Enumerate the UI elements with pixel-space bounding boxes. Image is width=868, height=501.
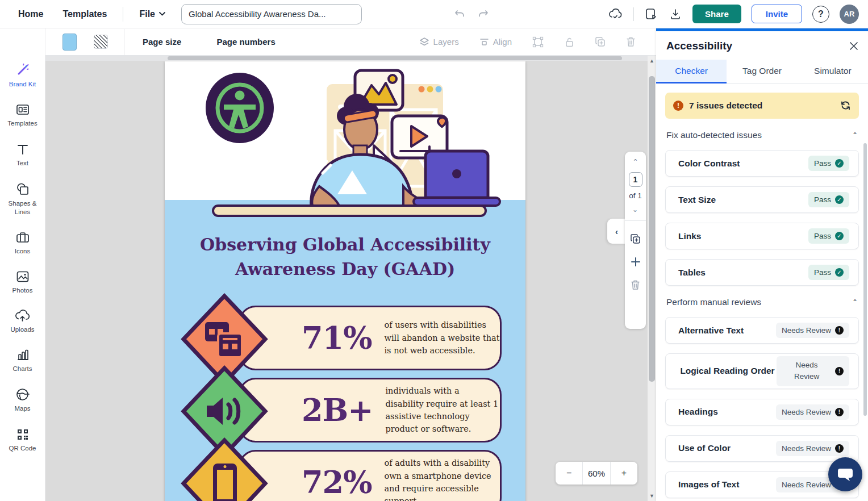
invite-button[interactable]: Invite (752, 5, 802, 23)
share-button[interactable]: Share (692, 5, 741, 23)
horizontal-scrollbar[interactable] (45, 56, 648, 61)
tab-simulator[interactable]: Simulator (798, 60, 868, 83)
canvas-viewport[interactable]: Observing Global Accessibility Awareness… (45, 56, 656, 501)
help-button[interactable]: ? (812, 6, 829, 23)
panel-tabs: Checker Tag Order Simulator (656, 60, 868, 84)
stat-pill-3: 72% of adults with a disability own a sm… (239, 450, 502, 501)
plus-icon (631, 257, 641, 267)
download-button[interactable] (669, 7, 682, 21)
duplicate-button[interactable] (595, 36, 606, 47)
cloud-save-button[interactable] (607, 7, 623, 21)
sidebar-item-brand-kit[interactable]: Brand Kit (1, 62, 44, 88)
sidebar-item-templates[interactable]: Templates (1, 103, 44, 127)
file-menu[interactable]: File (139, 9, 165, 19)
align-icon (479, 37, 489, 47)
scroll-down-arrow[interactable]: ▼ (648, 492, 656, 500)
collapse-panel-tab[interactable]: ‹ (607, 219, 626, 244)
page-down-chevron[interactable]: ⌃ (632, 206, 638, 212)
status-badge: Needs Review! (776, 441, 849, 456)
chat-widget-button[interactable] (828, 457, 862, 491)
infographic-page[interactable]: Observing Global Accessibility Awareness… (165, 61, 525, 501)
page-color-swatch[interactable] (62, 34, 77, 51)
page-size-button[interactable]: Page size (143, 37, 181, 47)
zoom-level[interactable]: 60% (582, 462, 610, 485)
sidebar-item-maps[interactable]: Maps (1, 387, 44, 412)
close-panel-button[interactable] (850, 42, 858, 50)
sidebar-item-charts[interactable]: Charts (1, 348, 44, 373)
tab-tag-order[interactable]: Tag Order (727, 60, 797, 83)
check-card-logical-reading-order[interactable]: Logical Reading Order Needs Review! (665, 353, 859, 389)
download-icon (670, 9, 681, 20)
tab-checker[interactable]: Checker (656, 60, 727, 83)
preview-play-icon (645, 8, 657, 20)
page-up-chevron[interactable]: ⌃ (632, 158, 638, 165)
crop-button[interactable] (532, 36, 544, 48)
page-numbers-button[interactable]: Page numbers (216, 37, 275, 47)
sidebar-item-label: QR Code (9, 444, 36, 452)
photo-icon (15, 270, 30, 283)
current-page-number[interactable]: 1 (629, 172, 642, 187)
panel-scrollbar-thumb[interactable] (863, 143, 867, 416)
illustration-person-laptop (165, 61, 525, 232)
sidebar-item-icons[interactable]: Icons (1, 231, 44, 255)
delete-button[interactable] (626, 36, 636, 47)
redo-button[interactable] (477, 8, 490, 20)
lock-icon (564, 36, 574, 48)
vertical-scrollbar[interactable]: ▲ ▼ (648, 56, 656, 501)
sidebar-item-label: Templates (7, 119, 37, 127)
lock-button[interactable] (564, 36, 574, 48)
sidebar-item-label: Icons (15, 247, 31, 255)
section-manual-reviews[interactable]: Perform manual reviews ⌃ (666, 297, 858, 307)
divider (123, 7, 123, 22)
status-badge: Pass✓ (808, 265, 849, 280)
document-title-input[interactable] (181, 4, 362, 24)
nav-templates[interactable]: Templates (62, 9, 107, 19)
pass-check-icon: ✓ (835, 268, 844, 277)
check-card-tables[interactable]: Tables Pass✓ (665, 259, 859, 286)
check-card-links[interactable]: Links Pass✓ (665, 223, 859, 249)
undo-button[interactable] (453, 8, 466, 20)
sidebar-item-qr-code[interactable]: QR Code (1, 428, 44, 452)
zoom-out-button[interactable]: − (556, 462, 582, 485)
duplicate-page-button[interactable] (630, 233, 641, 244)
sidebar-item-photos[interactable]: Photos (1, 270, 44, 294)
sidebar-item-text[interactable]: Text (1, 143, 44, 167)
zoom-in-button[interactable]: + (610, 462, 637, 485)
horizontal-scrollbar-thumb[interactable] (168, 56, 622, 60)
sidebar-item-label: Shapes & Lines (1, 199, 44, 216)
status-badge: Needs Review! (777, 356, 849, 386)
align-button[interactable]: Align (479, 37, 512, 47)
stat-pill-2: 2B+ individuals with a disability requir… (239, 378, 502, 442)
status-badge: Needs Review! (776, 404, 849, 420)
check-card-text-size[interactable]: Text Size Pass✓ (665, 186, 859, 213)
refresh-icon[interactable] (840, 101, 851, 111)
preview-button[interactable] (644, 7, 658, 21)
sidebar-item-shapes-lines[interactable]: Shapes & Lines (1, 182, 44, 216)
nav-home[interactable]: Home (18, 9, 43, 19)
layers-button[interactable]: Layers (419, 37, 459, 47)
left-sidebar: Brand Kit Templates Text Shapes & Lines … (0, 28, 45, 501)
undo-icon (454, 9, 465, 19)
section-auto-detected[interactable]: Fix auto-detected issues ⌃ (666, 130, 858, 140)
avatar[interactable]: AR (840, 5, 859, 24)
check-card-use-of-color[interactable]: Use of Color Needs Review! (665, 435, 859, 462)
check-card-alternative-text[interactable]: Alternative Text Needs Review! (665, 317, 859, 344)
duplicate-icon (595, 36, 606, 47)
trash-icon (631, 279, 640, 290)
scroll-up-arrow[interactable]: ▲ (648, 57, 656, 65)
sidebar-item-label: Charts (13, 365, 32, 373)
check-card-color-contrast[interactable]: Color Contrast Pass✓ (665, 150, 859, 177)
warning-icon: ! (673, 101, 683, 111)
cloud-check-icon (608, 9, 622, 20)
stat-text: of users with disabilities will abandon … (384, 319, 500, 357)
page-pattern-swatch[interactable] (94, 35, 108, 49)
divider (625, 220, 646, 221)
accessibility-panel: Accessibility Checker Tag Order Simulato… (656, 28, 868, 501)
vertical-scrollbar-thumb[interactable] (649, 76, 655, 382)
needs-review-icon: ! (835, 367, 844, 375)
add-page-button[interactable] (631, 257, 641, 267)
delete-page-button[interactable] (631, 279, 640, 290)
sidebar-item-uploads[interactable]: Uploads (1, 310, 44, 333)
check-card-headings[interactable]: Headings Needs Review! (665, 399, 859, 425)
chevron-up-icon: ⌃ (852, 131, 858, 139)
